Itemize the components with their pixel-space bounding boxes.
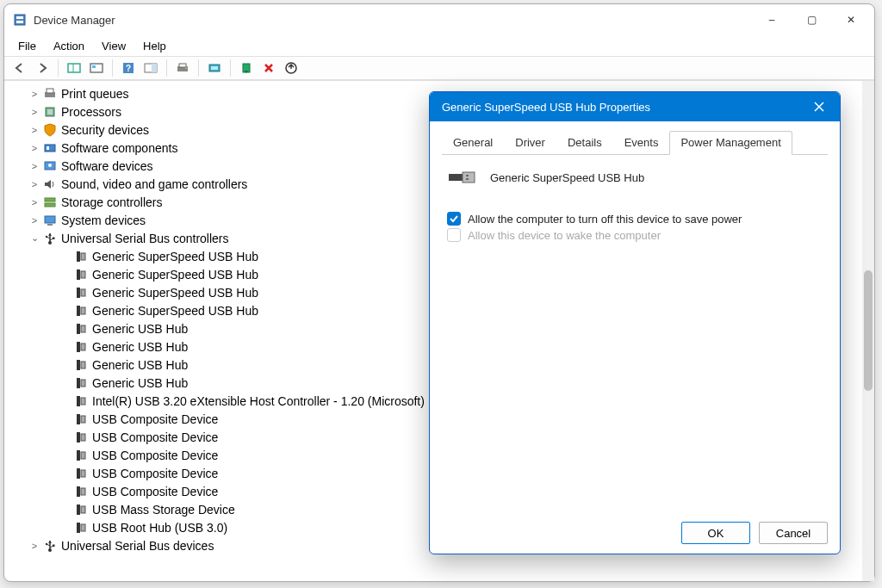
svg-point-71	[46, 542, 47, 544]
usb-icon	[42, 538, 58, 554]
svg-rect-53	[81, 398, 85, 405]
svg-rect-50	[77, 378, 80, 388]
expand-toggle[interactable]: ⌄	[27, 232, 42, 244]
svg-rect-19	[47, 89, 53, 93]
svg-rect-29	[47, 224, 53, 226]
tab-general[interactable]: General	[442, 131, 504, 155]
usb-node-icon	[73, 249, 89, 264]
checkbox-power-off[interactable]	[447, 212, 461, 226]
svg-rect-28	[45, 216, 55, 223]
svg-rect-58	[77, 450, 80, 461]
tab-driver[interactable]: Driver	[504, 131, 556, 155]
expand-toggle[interactable]: >	[27, 541, 42, 551]
help-icon[interactable]: ?	[118, 58, 139, 78]
tree-item-label: Security devices	[61, 123, 149, 137]
svg-rect-42	[77, 306, 80, 316]
svg-rect-38	[77, 269, 80, 280]
usb-node-icon	[73, 502, 89, 517]
usb-icon	[42, 231, 58, 246]
usb-node-icon	[73, 448, 89, 463]
tree-item-label: Processors	[61, 105, 121, 119]
maximize-button[interactable]: ▢	[792, 6, 831, 34]
menu-file[interactable]: File	[11, 38, 43, 54]
usb-node-icon	[73, 412, 89, 427]
svg-rect-66	[77, 523, 80, 533]
expand-toggle[interactable]: >	[27, 107, 42, 117]
usb-node-icon	[73, 466, 89, 481]
device-header: Generic SuperSpeed USB Hub	[447, 167, 823, 188]
cancel-button[interactable]: Cancel	[759, 522, 828, 544]
svg-rect-63	[81, 488, 85, 495]
forward-icon[interactable]	[32, 58, 53, 78]
show-hidden-icon[interactable]	[64, 58, 84, 78]
printer-icon	[42, 86, 58, 102]
software-device-icon	[42, 158, 58, 174]
svg-rect-56	[77, 432, 80, 443]
tab-details[interactable]: Details	[556, 131, 613, 155]
scrollbar-thumb[interactable]	[864, 270, 873, 391]
svg-text:?: ?	[126, 64, 131, 73]
menu-action[interactable]: Action	[47, 38, 91, 54]
update-driver-icon[interactable]	[281, 58, 301, 78]
add-legacy-icon[interactable]	[236, 58, 257, 78]
svg-rect-60	[77, 468, 80, 479]
tree-item-label: Storage controllers	[61, 195, 163, 209]
title-bar: Device Manager – ▢ ✕	[4, 4, 874, 35]
tree-item-label: Software devices	[61, 159, 153, 173]
properties-pane-icon[interactable]	[140, 58, 161, 78]
toolbar-separator	[166, 59, 167, 77]
svg-rect-1	[16, 16, 23, 19]
expand-toggle[interactable]: >	[27, 197, 42, 207]
checkbox-row-power-off[interactable]: Allow the computer to turn off this devi…	[447, 212, 823, 226]
svg-rect-67	[81, 524, 85, 531]
svg-rect-41	[81, 289, 85, 296]
svg-rect-43	[81, 307, 85, 314]
ok-button[interactable]: OK	[681, 522, 750, 544]
usb-node-icon	[73, 430, 89, 445]
svg-rect-46	[77, 342, 80, 352]
refresh-icon[interactable]	[86, 58, 107, 78]
svg-rect-15	[211, 66, 218, 70]
svg-rect-23	[47, 146, 49, 150]
usb-node-icon	[73, 375, 89, 391]
expand-toggle[interactable]: >	[27, 179, 42, 189]
svg-rect-21	[47, 109, 53, 115]
svg-rect-57	[81, 434, 85, 441]
back-icon[interactable]	[9, 58, 30, 78]
dialog-close-button[interactable]	[802, 94, 836, 120]
toolbar-separator	[112, 59, 113, 77]
usb-node-icon	[73, 357, 89, 373]
tab-power-management: Generic SuperSpeed USB Hub Allow the com…	[442, 155, 828, 512]
tree-item-label: Generic SuperSpeed USB Hub	[92, 268, 258, 282]
expand-toggle[interactable]: >	[27, 125, 42, 135]
dialog-body: GeneralDriverDetailsEventsPower Manageme…	[430, 121, 840, 512]
dialog-title: Generic SuperSpeed USB Hub Properties	[442, 101, 650, 114]
menu-view[interactable]: View	[95, 38, 133, 54]
tree-item-label: Generic USB Hub	[92, 358, 188, 372]
expand-toggle[interactable]: >	[27, 89, 42, 99]
svg-rect-47	[81, 344, 85, 350]
remove-icon[interactable]	[258, 58, 279, 78]
expand-toggle[interactable]: >	[27, 215, 42, 226]
minimize-button[interactable]: –	[752, 6, 792, 34]
dialog-footer: OK Cancel	[430, 512, 840, 554]
svg-rect-35	[53, 237, 55, 239]
expand-toggle[interactable]: >	[27, 143, 42, 153]
svg-rect-0	[15, 15, 25, 25]
menu-help[interactable]: Help	[136, 38, 173, 54]
scan-icon[interactable]	[204, 58, 225, 78]
close-button[interactable]: ✕	[831, 6, 871, 34]
menu-bar: File Action View Help	[4, 35, 874, 56]
svg-rect-45	[81, 325, 85, 332]
storage-icon	[42, 195, 58, 210]
system-icon	[42, 213, 58, 228]
tab-power-management[interactable]: Power Management	[669, 131, 792, 155]
tab-events[interactable]: Events	[613, 131, 670, 155]
print-icon[interactable]	[172, 58, 193, 78]
vertical-scrollbar[interactable]	[862, 81, 874, 581]
svg-rect-44	[77, 324, 80, 334]
expand-toggle[interactable]: >	[27, 161, 42, 171]
svg-point-25	[48, 164, 52, 167]
usb-node-icon	[73, 321, 89, 337]
usb-node-icon	[73, 484, 89, 499]
